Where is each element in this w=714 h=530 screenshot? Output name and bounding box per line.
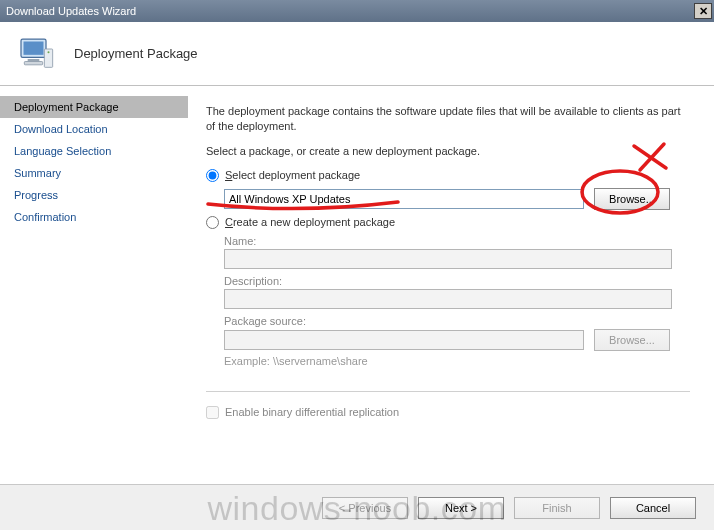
sidebar-item-progress[interactable]: Progress (0, 184, 188, 206)
sidebar-item-label: Summary (14, 167, 61, 179)
package-source-label: Package source: (224, 315, 690, 327)
sidebar-item-label: Deployment Package (14, 101, 119, 113)
browse-source-button: Browse... (594, 329, 670, 351)
sidebar-item-label: Confirmation (14, 211, 76, 223)
sidebar-item-language-selection[interactable]: Language Selection (0, 140, 188, 162)
binary-diff-row: Enable binary differential replication (206, 406, 690, 419)
radio-create-package-row: Create a new deployment package (206, 216, 690, 229)
radio-create-package[interactable] (206, 216, 219, 229)
name-field (224, 249, 672, 269)
sidebar-item-label: Download Location (14, 123, 108, 135)
sidebar-item-deployment-package[interactable]: Deployment Package (0, 96, 188, 118)
intro-text: The deployment package contains the soft… (206, 104, 690, 134)
window-title: Download Updates Wizard (6, 5, 694, 17)
wizard-body: Deployment Package Download Location Lan… (0, 86, 714, 484)
svg-rect-1 (24, 41, 44, 54)
finish-button: Finish (514, 497, 600, 519)
binary-diff-label: Enable binary differential replication (225, 406, 399, 418)
radio-select-package-row: Select deployment package (206, 169, 690, 182)
package-source-field (224, 330, 584, 350)
wizard-footer: < Previous Next > Finish Cancel (0, 484, 714, 530)
sidebar-item-download-location[interactable]: Download Location (0, 118, 188, 140)
page-title: Deployment Package (74, 46, 198, 61)
name-label: Name: (224, 235, 690, 247)
title-bar: Download Updates Wizard ✕ (0, 0, 714, 22)
prompt-text: Select a package, or create a new deploy… (206, 144, 690, 159)
description-label: Description: (224, 275, 690, 287)
sidebar-item-label: Progress (14, 189, 58, 201)
browse-package-button[interactable]: Browse... (594, 188, 670, 210)
wizard-header: Deployment Package (0, 22, 714, 86)
radio-create-package-label[interactable]: Create a new deployment package (225, 216, 395, 228)
sidebar-item-summary[interactable]: Summary (0, 162, 188, 184)
close-icon: ✕ (699, 5, 708, 18)
computer-monitor-icon (16, 34, 56, 74)
binary-diff-checkbox (206, 406, 219, 419)
example-text: Example: \\servername\share (224, 355, 690, 367)
window-close-button[interactable]: ✕ (694, 3, 712, 19)
separator (206, 391, 690, 392)
selected-package-field[interactable] (224, 189, 584, 209)
sidebar-item-confirmation[interactable]: Confirmation (0, 206, 188, 228)
next-button[interactable]: Next > (418, 497, 504, 519)
radio-select-package[interactable] (206, 169, 219, 182)
previous-button: < Previous (322, 497, 408, 519)
wizard-steps-sidebar: Deployment Package Download Location Lan… (0, 86, 188, 484)
svg-rect-3 (24, 61, 42, 64)
wizard-content: The deployment package contains the soft… (188, 86, 714, 484)
description-field (224, 289, 672, 309)
cancel-button[interactable]: Cancel (610, 497, 696, 519)
radio-select-package-label[interactable]: Select deployment package (225, 169, 360, 181)
svg-point-5 (48, 51, 50, 53)
sidebar-item-label: Language Selection (14, 145, 111, 157)
